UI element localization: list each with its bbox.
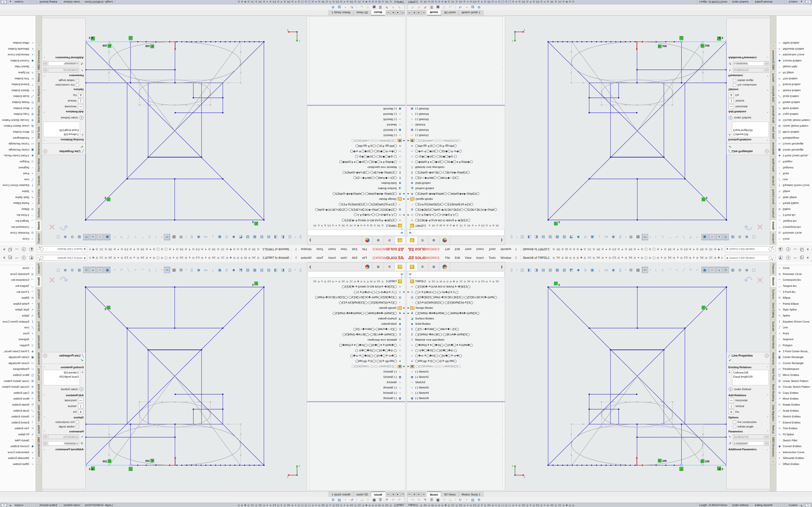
expand-arrow-icon[interactable]: ▶	[407, 306, 410, 309]
relation-badge-equal-left[interactable]: ≡ 109	[658, 459, 666, 462]
status-custom-dropdown[interactable]: Custom▴	[786, 503, 804, 507]
tree-item[interactable]: (-) Sketch4	[307, 112, 405, 117]
bottom-toolbar-icon[interactable]: ∟	[448, 498, 453, 502]
chevron-down-icon[interactable]: ⌄	[44, 448, 45, 451]
chevron-up-icon[interactable]: ⌃	[44, 366, 45, 369]
command-tab[interactable]: Features	[770, 231, 776, 245]
document-tab[interactable]: 3D Views	[353, 10, 371, 15]
section-options[interactable]: Options⌃	[727, 415, 770, 419]
tool-list-item[interactable]: ◜ Sketch Fillet	[0, 64, 36, 70]
tool-list-item[interactable]: ⌐ Offset Entities	[0, 40, 36, 46]
tool-list-item[interactable]: ⤢ Scale Entities	[776, 407, 812, 413]
tab-propertymanager[interactable]: ⊪	[384, 236, 394, 244]
add-relation-button[interactable]: ⚓ Fix	[42, 409, 85, 415]
tool-list-item[interactable]: ⌐ Offset Entities	[776, 40, 812, 46]
tool-list-item[interactable]: ∿ Spline	[776, 188, 812, 194]
command-tab[interactable]: MBD Dimensions	[36, 436, 42, 459]
section-parameters[interactable]: Parameters⌃	[727, 429, 770, 434]
command-tab[interactable]: Mesh Modeling	[770, 104, 776, 125]
tool-list-item[interactable]: ◠ Centerpoint Arc	[776, 277, 812, 283]
menu-item[interactable]: View	[463, 255, 474, 261]
tool-list-item[interactable]: ○ Circle	[0, 265, 36, 271]
tool-list-item[interactable]: ✂ Trim Entities	[776, 426, 812, 432]
tab-nav-button[interactable]: ⏮	[407, 11, 412, 15]
tool-list-item[interactable]: ∿ Style Spline	[776, 194, 812, 201]
tree-item[interactable]: ◯·◎✤◯✱⊙[◯◦◯]⊙✱◯✤◎·◯	[407, 348, 505, 353]
tab-nav-button[interactable]: ▶	[391, 11, 395, 15]
command-tab[interactable]: Sheet Metal	[36, 333, 42, 350]
bottom-toolbar-icon[interactable]: ▦	[372, 498, 376, 502]
tool-list-item[interactable]: ∿ Spline	[776, 313, 812, 319]
tree-item[interactable]: ◯✤ИΝ◎⚘✦◯✱⊙[◯◦◯]⊙✱◯✦⚘◎ИΝ✤◯	[307, 342, 405, 348]
tab-nav-button[interactable]: ⏮	[407, 492, 412, 497]
chevron-down-icon[interactable]: ⌄	[767, 56, 768, 59]
search-input[interactable]: ◈ Search CAD Models ▾	[725, 255, 775, 261]
tree-item[interactable]: Sketch3	[307, 380, 405, 385]
tool-list-item[interactable]: ⊖ Ellipse	[776, 295, 812, 301]
tree-item[interactable]: Material <not specified>	[407, 337, 505, 342]
tree-scrollbar[interactable]	[502, 17, 505, 105]
bottom-toolbar-icon[interactable]: ↻	[458, 498, 463, 502]
tool-list-item[interactable]: ◇ Polygon	[776, 159, 812, 165]
command-tab[interactable]: Mesh Modeling	[770, 382, 776, 403]
tool-list-item[interactable]: ◒ Intersection Curve	[776, 449, 812, 455]
tree-scrollbar[interactable]	[307, 402, 310, 490]
tool-list-item[interactable]: ▱ Parallelogram	[776, 366, 812, 372]
tool-list-item[interactable]: ⊖ Ellipse	[0, 295, 36, 301]
checkbox[interactable]	[76, 425, 79, 428]
document-tab[interactable]: Motion Study 1	[329, 10, 353, 15]
expand-arrow-icon[interactable]: ▶	[402, 193, 405, 195]
chevron-up-icon[interactable]: ⌃	[44, 74, 45, 77]
help-icon[interactable]: ?	[786, 256, 790, 260]
tree-item[interactable]: ▶ ◯ƸƼƷЄИΝA∪·◯◦◯·∪AИΝƷЄƸƼ◯	[307, 138, 405, 144]
bottom-toolbar-icon[interactable]: ⚙	[476, 5, 481, 9]
section-additional-parameters[interactable]: Additional Parameters⌄	[727, 56, 770, 60]
tool-list-item[interactable]: ◇ Polygon	[0, 159, 36, 165]
tree-filter-box[interactable]	[407, 229, 504, 236]
checkbox[interactable]	[733, 420, 736, 424]
angle-field[interactable]: 0.00000000°	[48, 61, 79, 66]
tab-dimxpertmanager[interactable]	[362, 263, 373, 271]
bottom-toolbar-icon[interactable]: ✎	[384, 498, 389, 502]
relation-badge-bottom-right[interactable]: ◪ 3	[717, 467, 723, 470]
section-add-relations[interactable]: Add Relations⌃	[727, 110, 770, 114]
tool-list-item[interactable]: ◔ Partial Ellipse	[0, 301, 36, 307]
pin-icon[interactable]: ⚲	[515, 247, 517, 251]
tool-list-item[interactable]: ⧉ Copy Entities	[776, 111, 812, 117]
tree-item[interactable]: Surface Bodies	[407, 316, 505, 321]
tool-list-item[interactable]: ∿ Style Spline	[0, 306, 36, 313]
status-eye-icon[interactable]: ✎	[805, 0, 811, 4]
panel-help-icon[interactable]: ?	[765, 150, 769, 153]
section-additional-parameters[interactable]: Additional Parameters⌄	[42, 56, 85, 60]
relation-badge-equal-left[interactable]: ≡ 109	[146, 459, 154, 462]
command-tab[interactable]: Evaluate	[770, 320, 776, 333]
menu-item[interactable]: File	[443, 255, 452, 261]
tool-list-item[interactable]: ▣ Center Rectangle	[0, 147, 36, 153]
command-tab[interactable]: Weldments	[770, 350, 776, 367]
bottom-toolbar-icon[interactable]: ▽	[365, 498, 370, 502]
chevron-up-icon[interactable]: ⌃	[44, 430, 45, 433]
section-options[interactable]: Options⌃	[42, 88, 85, 92]
tab-nav-button[interactable]: ⏭	[421, 492, 426, 497]
command-tab[interactable]: Sketch	[770, 219, 776, 231]
tree-item[interactable]: ◯ƸƼ·∩✱⚘AΜ◯◦◯ΜA⚘✱∩·ƸƼ◯	[407, 175, 505, 181]
close-button[interactable]: ✕	[806, 256, 809, 260]
tab-featuremanager[interactable]	[407, 236, 418, 244]
tool-list-item[interactable]: ╱ Line	[0, 325, 36, 331]
tree-item[interactable]: Solid Bodies	[407, 181, 505, 186]
bottom-toolbar-icon[interactable]: ▤	[470, 498, 475, 502]
tree-item[interactable]: (-) Sketch4	[407, 112, 505, 117]
tree-item[interactable]: ◯ƸƼ⚘◎ƸƼИΝƷЄƸƼ◯◦◯ƸƼƷЄИΝƸƼ◎⚘ƸƼ◯	[407, 202, 505, 207]
command-tab[interactable]: ⋯	[36, 42, 42, 49]
menu-item[interactable]: File	[443, 247, 452, 252]
panel-help-icon[interactable]: ?	[43, 354, 47, 357]
tool-list-item[interactable]: ∿ Fit Spline	[776, 432, 812, 438]
tool-list-item[interactable]: ◒ Intersection Curve	[0, 449, 36, 455]
tool-list-item[interactable]: ▱ Parallelogram	[0, 366, 36, 372]
tab-configurationmanager[interactable]: ⊕	[428, 236, 439, 244]
tool-list-item[interactable]: ◐ Silhouette Entities	[776, 455, 812, 461]
expand-arrow-icon[interactable]: ▶	[402, 291, 405, 293]
command-tab[interactable]: Sheet Metal	[36, 157, 42, 174]
angle-spinner[interactable]: ▲▼	[765, 441, 769, 446]
tree-item[interactable]: ◯ИΝ◦ƍϱ◦⚘◎◯◦◯◎⚘◦ϱƍ◦ИΝ◯	[407, 144, 505, 149]
